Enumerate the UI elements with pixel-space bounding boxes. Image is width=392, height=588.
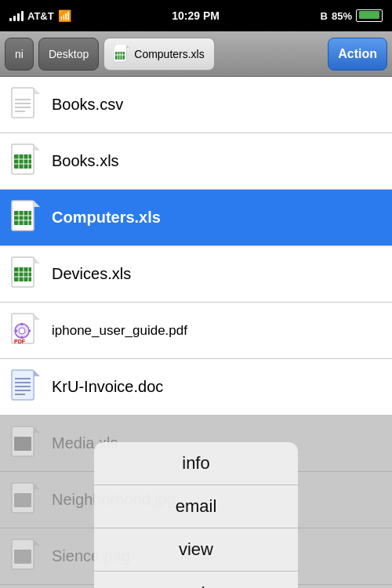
time-display: 10:29 PM <box>172 9 220 22</box>
action-button-label: Action <box>338 47 377 61</box>
svg-point-41 <box>19 328 25 334</box>
action-info-label: info <box>182 453 209 474</box>
status-right: B 85% <box>321 9 383 22</box>
signal-bars <box>9 10 24 21</box>
svg-marker-15 <box>34 144 40 151</box>
file-list: Books.csv Books.xls <box>0 77 392 416</box>
action-menu-open-in[interactable]: open in ... <box>94 572 298 588</box>
file-icon-computers-xls <box>11 200 41 236</box>
status-left: AT&T 📶 <box>9 9 71 22</box>
action-menu-email[interactable]: email <box>94 485 298 528</box>
file-icon-csv <box>11 87 41 123</box>
action-menu-view[interactable]: view <box>94 528 298 572</box>
svg-rect-32 <box>14 267 31 281</box>
action-open-in-label: open in ... <box>158 583 234 589</box>
svg-rect-43 <box>21 323 24 325</box>
file-icon-devices-xls <box>11 256 41 292</box>
svg-text:PDF: PDF <box>14 339 26 344</box>
svg-rect-8 <box>12 88 34 118</box>
battery-icon <box>356 9 383 22</box>
action-menu-info[interactable]: info <box>94 442 298 485</box>
file-icon-doc <box>11 369 41 405</box>
file-item-books-xls[interactable]: Books.xls <box>0 133 392 190</box>
bluetooth-icon: B <box>321 10 328 22</box>
tab-ni-label: ni <box>15 48 24 60</box>
tab-computers[interactable]: Computers.xls <box>103 38 214 71</box>
action-email-label: email <box>176 496 217 517</box>
file-icon-pdf: PDF <box>11 313 41 349</box>
action-menu: info email view open in ... <box>0 416 392 588</box>
file-item-devices-xls[interactable]: Devices.xls <box>0 246 392 303</box>
file-item-iphone-pdf[interactable]: PDF iphone_user_guide.pdf <box>0 303 392 359</box>
svg-marker-48 <box>34 370 40 376</box>
tab-desktop[interactable]: Desktop <box>38 38 99 71</box>
file-item-books-csv[interactable]: Books.csv <box>0 77 392 133</box>
file-name-computers-xls: Computers.xls <box>52 209 161 227</box>
svg-marker-9 <box>34 88 40 94</box>
status-bar: AT&T 📶 10:29 PM B 85% <box>0 0 392 31</box>
svg-marker-31 <box>34 257 40 263</box>
tab-ni[interactable]: ni <box>5 38 34 71</box>
overlay-area: Media.xls Neighborhood.jpg Sience.png <box>0 416 392 588</box>
svg-rect-46 <box>28 329 31 332</box>
svg-rect-44 <box>21 336 24 339</box>
file-name-books-xls: Books.xls <box>52 152 119 170</box>
file-icon-books-xls <box>11 143 41 180</box>
svg-rect-45 <box>15 329 17 332</box>
svg-rect-16 <box>14 154 31 169</box>
svg-rect-47 <box>12 370 34 400</box>
wifi-icon: 📶 <box>58 9 71 22</box>
tab-desktop-label: Desktop <box>49 48 89 60</box>
xls-tab-icon <box>114 45 129 64</box>
action-view-label: view <box>179 539 213 560</box>
file-item-kru-doc[interactable]: KrU-Invoice.doc <box>0 359 392 416</box>
file-name-devices-xls: Devices.xls <box>52 265 131 283</box>
svg-rect-1 <box>117 45 126 51</box>
svg-marker-2 <box>126 45 129 48</box>
svg-marker-23 <box>34 201 40 207</box>
carrier-label: AT&T <box>27 10 54 22</box>
file-name-kru-doc: KrU-Invoice.doc <box>52 378 163 396</box>
file-name-books-csv: Books.csv <box>52 96 123 114</box>
file-item-computers-xls[interactable]: Computers.xls <box>0 190 392 246</box>
battery-label: 85% <box>332 10 352 22</box>
file-name-iphone-pdf: iphone_user_guide.pdf <box>52 323 187 339</box>
svg-rect-24 <box>14 211 31 225</box>
nav-bar: ni Desktop Computers.xls Action <box>0 31 392 77</box>
action-button[interactable]: Action <box>328 38 387 71</box>
tab-computers-label: Computers.xls <box>134 48 204 60</box>
svg-marker-39 <box>34 314 40 320</box>
